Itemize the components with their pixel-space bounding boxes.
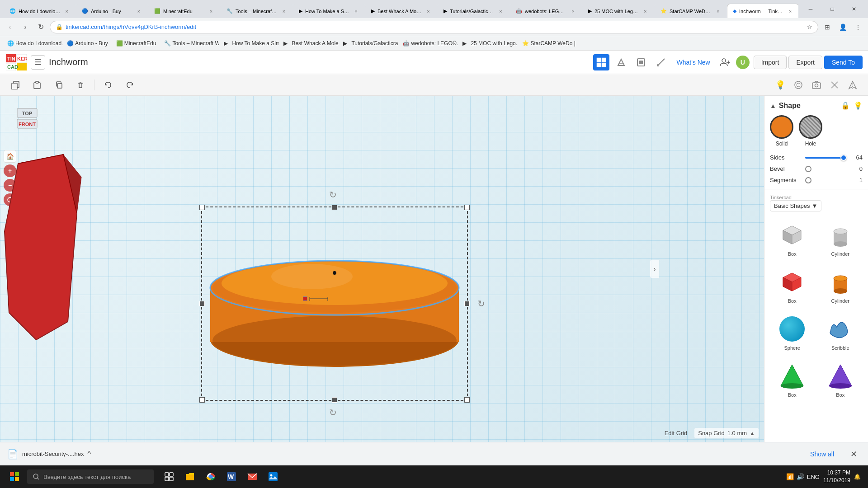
- paste-button[interactable]: [29, 77, 45, 93]
- canvas-area[interactable]: TOP FRONT 🏠 + −: [0, 96, 764, 442]
- language-indicator[interactable]: ENG: [807, 474, 820, 480]
- shape-item-box-red[interactable]: Box: [770, 264, 815, 307]
- sides-slider-thumb[interactable]: [840, 155, 847, 161]
- whats-new-link[interactable]: What's New: [673, 57, 713, 68]
- lib-category-dropdown[interactable]: Basic Shapes ▼: [770, 200, 821, 211]
- tab-close-whack[interactable]: ×: [425, 8, 432, 15]
- copy-button[interactable]: [7, 77, 24, 93]
- light-button[interactable]: 💡: [772, 77, 788, 93]
- import-button[interactable]: Import: [754, 56, 787, 69]
- segments-dot[interactable]: [805, 177, 811, 183]
- bookmark-starcamp[interactable]: ⭐ StarCAMP WeDo | L...: [519, 39, 577, 47]
- tab-close-tinkercad[interactable]: ×: [787, 8, 793, 15]
- shape-item-cone-green[interactable]: Box: [770, 358, 815, 401]
- undo-button[interactable]: [100, 77, 116, 93]
- tab-arduino[interactable]: 🔵 Arduino - Buy ×: [76, 4, 148, 18]
- shape-item-box-grey[interactable]: Box: [770, 217, 815, 260]
- taskbar-photos[interactable]: [263, 467, 283, 487]
- view-grid-button[interactable]: [593, 54, 609, 70]
- taskbar-mail[interactable]: [242, 467, 262, 487]
- tc-menu-button[interactable]: ☰: [31, 55, 45, 70]
- sound-icon[interactable]: 🔊: [797, 473, 804, 480]
- send-to-button[interactable]: Send To: [824, 56, 863, 69]
- lock-icon[interactable]: 🔒: [841, 101, 850, 110]
- delete-button[interactable]: [72, 77, 89, 93]
- bevel-dot[interactable]: [805, 166, 811, 172]
- tab-close-wedo[interactable]: ×: [570, 8, 576, 15]
- redo-button[interactable]: [122, 77, 138, 93]
- user-avatar[interactable]: U: [736, 55, 750, 70]
- extensions-button[interactable]: ⊞: [821, 21, 834, 33]
- mirror-button[interactable]: [844, 77, 861, 93]
- snap-grid-toggle[interactable]: ▲: [750, 430, 755, 436]
- taskbar-word[interactable]: W: [222, 467, 241, 487]
- start-button[interactable]: [4, 466, 25, 488]
- bookmark-how-do-i[interactable]: 🌐 How do I download...: [4, 39, 62, 47]
- edit-grid-button[interactable]: Edit Grid: [665, 430, 688, 436]
- tab-close-tut[interactable]: ×: [497, 8, 504, 15]
- solid-button[interactable]: Solid: [770, 115, 793, 147]
- tab-moc[interactable]: ▶ 25 MOC with Lego... ×: [582, 4, 655, 18]
- view-sim-button[interactable]: [633, 54, 649, 70]
- tab-wedobots[interactable]: 🤖 wedobots: LEGO®... ×: [510, 4, 582, 18]
- tab-close-howto[interactable]: ×: [353, 8, 359, 15]
- tab-tutorials[interactable]: ▶ Tutorials/Galacticra... ×: [438, 4, 510, 18]
- tab-starcamp[interactable]: ⭐ StarCAMP WeDo | L... ×: [655, 4, 727, 18]
- taskbar-notification[interactable]: 🔔: [854, 474, 861, 480]
- address-bar[interactable]: 🔒 tinkercad.com/things/hVqvv4gDKrB-inchw…: [50, 21, 818, 33]
- taskbar-chrome[interactable]: [201, 467, 221, 487]
- tab-whack[interactable]: ▶ Best Whack A Mole... ×: [365, 4, 438, 18]
- tab-close[interactable]: ×: [63, 8, 70, 15]
- taskbar-search[interactable]: Введите здесь текст для поиска: [27, 469, 154, 484]
- bookmark-tools[interactable]: 🔧 Tools – Minecraft W...: [160, 39, 219, 47]
- tab-tinkercad-active[interactable]: ◆ Inchworm — Tinkercad ×: [727, 4, 798, 18]
- tab-close-moc[interactable]: ×: [642, 8, 649, 15]
- tab-how-do-i[interactable]: 🌐 How do I download... ×: [4, 4, 76, 18]
- bookmark-howto[interactable]: ▶ How To Make a Sim...: [220, 39, 279, 47]
- view-cube[interactable]: TOP FRONT: [9, 105, 45, 141]
- shape-item-sphere[interactable]: Sphere: [770, 311, 815, 354]
- panel-collapse-arrow[interactable]: ›: [650, 260, 659, 278]
- minimize-button[interactable]: ─: [800, 0, 821, 18]
- view-measure-button[interactable]: [653, 54, 669, 70]
- back-button[interactable]: ‹: [4, 21, 16, 33]
- tab-howto[interactable]: ▶ How To Make a Sim... ×: [293, 4, 365, 18]
- download-expand-button[interactable]: ^: [88, 450, 91, 458]
- duplicate-button[interactable]: [51, 77, 67, 93]
- tab-close-star[interactable]: ×: [715, 8, 721, 15]
- camera-button[interactable]: [808, 77, 825, 93]
- bookmark-25moc[interactable]: ▶ 25 MOC with Lego...: [459, 39, 518, 47]
- shape-item-scribble[interactable]: Scribble: [818, 311, 863, 354]
- bookmark-arduino[interactable]: 🔵 Arduino - Buy: [63, 39, 112, 47]
- wifi-icon[interactable]: 📶: [786, 473, 794, 480]
- bookmark-whack[interactable]: ▶ Best Whack A Mole...: [280, 39, 339, 47]
- view-build-button[interactable]: [613, 54, 629, 70]
- shape-item-cylinder-orange[interactable]: Cylinder: [818, 264, 863, 307]
- maximize-button[interactable]: □: [822, 0, 843, 18]
- close-button[interactable]: ✕: [844, 0, 864, 18]
- tab-minecraft[interactable]: 🟩 MinecraftEdu ×: [148, 4, 221, 18]
- sides-slider[interactable]: [805, 157, 846, 159]
- shape-item-cylinder-grey[interactable]: Cylinder: [818, 217, 863, 260]
- taskbar-clock[interactable]: 10:37 PM 11/10/2019: [823, 469, 850, 484]
- tab-close-tools[interactable]: ×: [281, 8, 287, 15]
- align-button[interactable]: [826, 77, 843, 93]
- settings-button[interactable]: ⋮: [852, 21, 864, 33]
- reload-button[interactable]: ↻: [34, 21, 47, 33]
- export-button[interactable]: Export: [788, 56, 822, 69]
- bookmark-wedobots[interactable]: 🤖 wedobots: LEGO®...: [399, 39, 458, 47]
- tab-close-arduino[interactable]: ×: [135, 8, 142, 15]
- taskbar-explorer[interactable]: [180, 467, 200, 487]
- download-close-button[interactable]: ✕: [847, 447, 861, 461]
- shape-item-cone-purple[interactable]: Box: [818, 358, 863, 401]
- shape-panel-collapse[interactable]: ▲: [770, 102, 776, 109]
- taskbar-task-view[interactable]: [159, 467, 179, 487]
- profile-button[interactable]: 👤: [836, 21, 849, 33]
- bookmark-star[interactable]: ☆: [807, 23, 812, 30]
- show-all-button[interactable]: Show all: [803, 448, 841, 460]
- bookmark-minecraftedu[interactable]: 🟩 MinecraftEdu: [113, 39, 160, 47]
- tab-tools[interactable]: 🔧 Tools – Minecraft W... ×: [221, 4, 293, 18]
- forward-button[interactable]: ›: [19, 21, 32, 33]
- tinkercad-logo[interactable]: TIN KER CAD: [5, 53, 27, 72]
- tab-close-mc[interactable]: ×: [208, 8, 215, 15]
